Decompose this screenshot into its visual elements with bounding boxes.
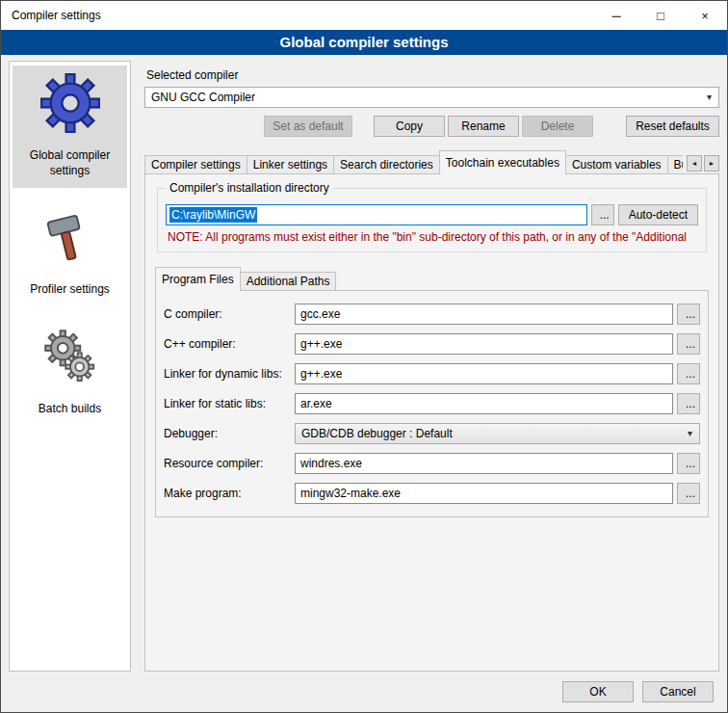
selected-text: C:\raylib\MinGW	[169, 207, 257, 223]
sidebar-item-global-compiler-settings[interactable]: Global compiler settings	[13, 66, 127, 188]
form-row-resource-compiler: Resource compiler: windres.exe ...	[164, 453, 700, 474]
main-panel: Selected compiler GNU GCC Compiler ▾ Set…	[141, 61, 719, 672]
form-row-make-program: Make program: mingw32-make.exe ...	[164, 483, 700, 504]
cancel-button[interactable]: Cancel	[642, 681, 714, 702]
note-text: NOTE: All programs must exist either in …	[168, 230, 698, 244]
make-program-label: Make program:	[164, 487, 295, 500]
cpp-compiler-input[interactable]: g++.exe	[295, 333, 673, 355]
resource-compiler-label: Resource compiler:	[164, 457, 295, 470]
chevron-down-icon: ▾	[688, 428, 692, 438]
form-row-debugger: Debugger: GDB/CDB debugger : Default ▾	[164, 423, 700, 444]
sidebar-item-batch-builds[interactable]: Batch builds	[13, 319, 127, 427]
make-program-browse-button[interactable]: ...	[677, 483, 700, 504]
debugger-select[interactable]: GDB/CDB debugger : Default ▾	[295, 423, 700, 444]
static-linker-input[interactable]: ar.exe	[295, 393, 673, 414]
set-as-default-button[interactable]: Set as default	[264, 116, 352, 137]
blue-gear-icon	[40, 73, 100, 133]
subtab-additional-paths[interactable]: Additional Paths	[240, 272, 337, 291]
tabs-clip: Compiler settings Linker settings Search…	[144, 150, 683, 174]
cpp-compiler-label: C++ compiler:	[164, 337, 295, 351]
make-program-input[interactable]: mingw32-make.exe	[295, 483, 673, 504]
copy-button[interactable]: Copy	[374, 116, 445, 137]
static-linker-label: Linker for static libs:	[164, 397, 295, 410]
settings-tabstrip: Compiler settings Linker settings Search…	[144, 150, 719, 174]
selected-compiler-label: Selected compiler	[146, 68, 719, 82]
tab-custom-variables[interactable]: Custom variables	[565, 155, 668, 174]
window-title: Compiler settings	[1, 1, 594, 30]
minimize-button[interactable]: ─	[594, 1, 638, 30]
dynamic-linker-value: g++.exe	[300, 367, 342, 381]
dialog-body: Global compiler settings Profiler settin…	[1, 55, 727, 675]
sidebar-item-label: Batch builds	[39, 402, 101, 417]
resource-compiler-browse-button[interactable]: ...	[677, 453, 700, 474]
installation-directory-row: C:\raylib\MinGW ... Auto-detect	[166, 204, 698, 225]
static-linker-browse-button[interactable]: ...	[677, 393, 700, 414]
debugger-label: Debugger:	[164, 427, 295, 440]
tab-compiler-settings[interactable]: Compiler settings	[144, 155, 247, 174]
cpp-compiler-browse-button[interactable]: ...	[677, 333, 700, 355]
compiler-actions-row: Set as default Copy Rename Delete Reset …	[144, 116, 719, 137]
subtab-program-files[interactable]: Program Files	[155, 267, 241, 291]
dynamic-linker-input[interactable]: g++.exe	[295, 363, 673, 384]
form-row-cpp-compiler: C++ compiler: g++.exe ...	[164, 333, 700, 355]
installation-directory-groupbox: Compiler's installation directory C:\ray…	[157, 188, 707, 252]
installation-directory-browse-button[interactable]: ...	[591, 204, 614, 225]
delete-button[interactable]: Delete	[522, 116, 593, 137]
titlebar: Compiler settings ─ □ ×	[1, 1, 727, 30]
installation-directory-input[interactable]: C:\raylib\MinGW	[166, 204, 587, 225]
form-row-dynamic-linker: Linker for dynamic libs: g++.exe ...	[164, 363, 700, 384]
gray-gears-icon	[40, 327, 100, 386]
dialog-footer: OK Cancel	[1, 675, 727, 712]
maximize-button[interactable]: □	[638, 1, 683, 30]
tab-scroll-right-button[interactable]: ►	[704, 155, 719, 172]
tab-scroll-arrows: ◄ ►	[687, 155, 719, 172]
program-files-panel: C compiler: gcc.exe ... C++ compiler: g+…	[155, 290, 709, 517]
static-linker-value: ar.exe	[300, 397, 332, 410]
ok-button[interactable]: OK	[562, 681, 634, 702]
chevron-down-icon: ▾	[707, 92, 712, 102]
compiler-settings-window: Compiler settings ─ □ × Global compiler …	[0, 0, 728, 713]
sidebar-item-label: Global compiler settings	[14, 148, 125, 178]
sidebar-item-label: Profiler settings	[30, 282, 110, 298]
hammer-icon	[40, 207, 100, 267]
form-row-static-linker: Linker for static libs: ar.exe ...	[164, 393, 700, 414]
installation-directory-title: Compiler's installation directory	[166, 181, 333, 195]
form-row-c-compiler: C compiler: gcc.exe ...	[164, 304, 700, 325]
c-compiler-value: gcc.exe	[300, 307, 340, 321]
tab-scroll-left-button[interactable]: ◄	[687, 155, 702, 172]
toolchain-executables-panel: Compiler's installation directory C:\ray…	[144, 173, 719, 672]
rename-button[interactable]: Rename	[448, 116, 519, 137]
resource-compiler-input[interactable]: windres.exe	[295, 453, 673, 474]
global-settings-header: Global compiler settings	[1, 30, 727, 55]
auto-detect-button[interactable]: Auto-detect	[618, 204, 698, 225]
tab-linker-settings[interactable]: Linker settings	[247, 155, 334, 174]
c-compiler-browse-button[interactable]: ...	[677, 304, 700, 325]
compiler-combobox-value: GNU GCC Compiler	[151, 91, 255, 104]
c-compiler-input[interactable]: gcc.exe	[295, 304, 673, 325]
tab-build-options[interactable]: Buil	[667, 155, 683, 174]
close-button[interactable]: ×	[683, 1, 727, 30]
c-compiler-label: C compiler:	[164, 307, 295, 321]
dynamic-linker-browse-button[interactable]: ...	[677, 363, 700, 384]
sidebar-item-profiler-settings[interactable]: Profiler settings	[13, 199, 127, 307]
debugger-value: GDB/CDB debugger : Default	[301, 427, 453, 440]
tab-search-directories[interactable]: Search directories	[333, 155, 440, 174]
settings-category-sidebar: Global compiler settings Profiler settin…	[9, 61, 131, 672]
cpp-compiler-value: g++.exe	[300, 337, 342, 351]
program-files-tabstrip: Program Files Additional Paths	[155, 267, 709, 291]
dynamic-linker-label: Linker for dynamic libs:	[164, 367, 295, 381]
resource-compiler-value: windres.exe	[300, 457, 362, 470]
compiler-combobox[interactable]: GNU GCC Compiler ▾	[144, 87, 719, 108]
tab-toolchain-executables[interactable]: Toolchain executables	[439, 150, 566, 174]
make-program-value: mingw32-make.exe	[300, 487, 401, 500]
reset-defaults-button[interactable]: Reset defaults	[626, 116, 719, 137]
